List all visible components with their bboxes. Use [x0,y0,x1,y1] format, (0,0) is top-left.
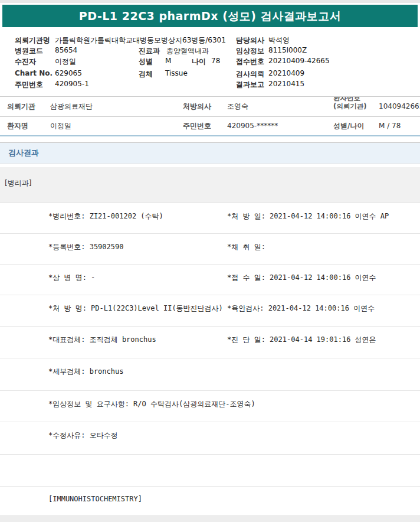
info-value-department: 종양혈액내과 [166,46,209,56]
result-row-spacer [0,455,420,487]
info-value-attending-doctor: 박석영 [268,35,290,45]
info-value-sex: M [165,57,171,65]
info-label-chart-no: Chart No. [15,69,52,77]
result-row-sub-specimen: *세부검체: bronchus [0,358,420,391]
bottom-strip [0,516,420,522]
table-value-sex-age: M / 78 [379,117,401,135]
info-value-institution: 가톨릭학원가톨릭대학교대병동모병상지63병동/6301 [55,35,226,45]
result-row-disease-name: *상 병 명: - *접 수 일: 2021-04-12 14:00:16 이연… [0,265,420,295]
result-right-receipt-date: *접 수 일: 2021-04-12 14:00:16 이연수 [227,273,376,283]
results-section-title: 검사결과 [8,143,39,163]
result-left-main-specimen: *대표검체: 조직검체 bronchus [48,335,156,345]
results-section-bar: 검사결과 [0,142,420,164]
report-page: PD-L1 22C3 pharmDx (성모) 검사결과보고서 의뢰기관명 가톨… [0,0,420,522]
info-label-resident-no: 주민번호 [15,80,43,90]
table-label-referring-org: 의뢰기관 [7,97,35,116]
result-left-disease-name: *상 병 명: - [48,273,95,283]
info-label-specimen: 검체 [139,69,153,79]
result-right-gross-exam: *육안검사: 2021-04-12 14:00:16 이연수 [227,304,375,314]
info-value-receipt-no: 20210409-42665 [268,57,330,65]
info-label-department: 진료과 [139,46,160,56]
report-title: PD-L1 22C3 pharmDx (성모) 검사결과보고서 [2,5,418,27]
info-label-hospital-code: 병원코드 [15,46,43,56]
result-left-clinical-request: *임상정보 및 요구사항: R/O 수탁검사(삼광의료재단-조영숙) [48,399,255,409]
result-row-clinical-request: *임상정보 및 요구사항: R/O 수탁검사(삼광의료재단-조영숙) [0,391,420,422]
result-right-collection-date: *채 취 일: [227,242,265,252]
department-band: [병리과] [0,167,420,203]
info-label-attending-doctor: 담당의사 [236,35,264,45]
result-left-immunohistochemistry: [IMMUNOHISTOCHEMISTRY] [48,495,142,503]
table-value-prescribing-doctor: 조영숙 [227,97,248,116]
department-label: [병리과] [5,178,31,188]
table-value-referring-org: 삼광의료재단 [50,97,93,116]
result-row-revision-reason: *수정사유: 오타수정 [0,422,420,455]
info-label-sex: 성별 [139,57,153,67]
info-label-clinical-info: 임상정보 [236,46,264,56]
info-value-test-request-date: 20210409 [268,69,304,77]
info-value-patient: 이정일 [55,57,76,67]
result-row-order-name: *처 방 명: PD-L1(22C3)Level II(동반진단검사) *육안검… [0,295,420,327]
info-value-result-report-date: 20210415 [268,80,304,88]
table-label-prescribing-doctor: 처방의사 [183,97,211,116]
table-bottom-border [0,135,420,136]
result-right-prescription-date: *처 방 일: 2021-04-12 14:00:16 이연수 AP [227,211,389,221]
info-label-age: 나이 [192,57,206,67]
info-label-institution: 의뢰기관명 [15,35,50,45]
result-left-pathology-no: *병리번호: ZI21-001202 (수탁) [48,211,163,221]
result-row-main-specimen: *대표검체: 조직검체 bronchus *진 단 일: 2021-04-14 … [0,327,420,358]
info-label-patient: 수진자 [15,57,36,67]
top-strip [0,0,420,3]
table-value-patient-name: 이정일 [50,117,71,135]
info-value-clinical-info: 8115I000Z [268,46,307,54]
info-value-specimen: Tissue [165,69,188,77]
info-value-chart-no: 629065 [55,69,82,77]
result-left-revision-reason: *수정사유: 오타수정 [48,430,118,441]
table-label-patient-name: 환자명 [7,117,28,135]
result-row-pathology-no: *병리번호: ZI21-001202 (수탁) *처 방 일: 2021-04-… [0,203,420,234]
info-value-resident-no: 420905-1 [55,80,89,88]
table-label-sex-age: 성별/나이 [333,117,364,135]
info-value-age: 78 [211,57,220,65]
info-value-hospital-code: 85654 [55,46,77,54]
result-left-order-name: *처 방 명: PD-L1(22C3)Level II(동반진단검사) [48,304,223,314]
result-right-diagnosis-date: *진 단 일: 2021-04-14 19:01:16 성연은 [227,335,376,345]
result-row-immunohistochemistry: [IMMUNOHISTOCHEMISTRY] [0,487,420,516]
info-label-test-request-date: 검사의뢰 [236,69,264,79]
result-rows: *병리번호: ZI21-001202 (수탁) *처 방 일: 2021-04-… [0,203,420,516]
info-label-result-report-date: 결과보고 [236,80,264,90]
result-left-registration-no: *등록번호: 35902590 [48,242,123,252]
result-left-sub-specimen: *세부검체: bronchus [48,367,123,377]
info-label-receipt-no: 접수번호 [236,57,264,67]
table-label-resident-masked: 주민번호 [183,117,211,135]
report-title-bar: PD-L1 22C3 pharmDx (성모) 검사결과보고서 [2,5,418,27]
table-value-resident-masked: 420905-****** [227,117,278,135]
table-value-patient-no-referrer: 1040942665 [379,97,420,116]
result-row-registration-no: *등록번호: 35902590 *채 취 일: [0,234,420,265]
